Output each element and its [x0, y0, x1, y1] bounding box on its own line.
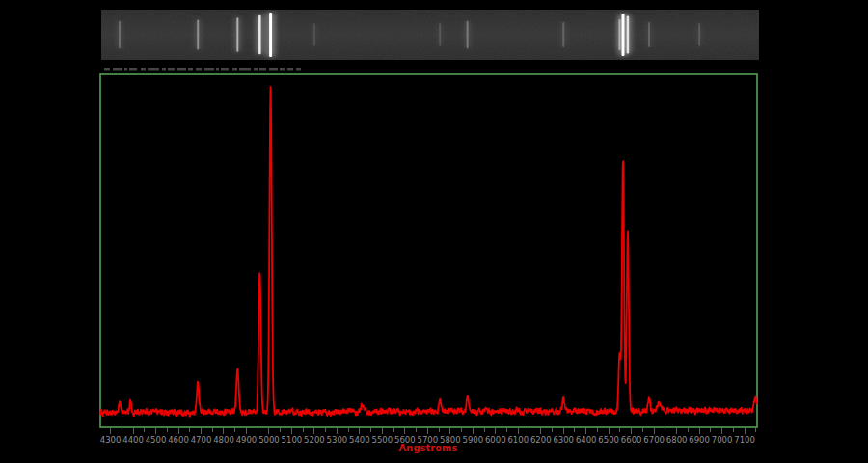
- x-axis-tick-label: 7000: [712, 435, 733, 445]
- x-axis-tick-label: 6600: [621, 435, 642, 445]
- x-axis-tick-label: 4900: [236, 435, 258, 445]
- x-axis-tick-label: 5400: [349, 435, 370, 445]
- profile-plot[interactable]: 4300440045004600470048004900500051005200…: [100, 74, 757, 453]
- x-axis-tick-label: 6100: [507, 435, 529, 445]
- x-axis-tick-label: 4300: [100, 435, 122, 445]
- app-window: 4300440045004600470048004900500051005200…: [0, 0, 868, 463]
- x-axis-tick-label: 6900: [689, 435, 710, 445]
- x-axis-tick-label: 6200: [530, 435, 552, 445]
- x-axis-tick-label: 7100: [734, 435, 755, 445]
- x-axis-title: Angstroms: [399, 443, 458, 453]
- spectroscopy-canvas: 4300440045004600470048004900500051005200…: [0, 0, 868, 463]
- x-axis-tick-label: 6500: [598, 435, 619, 445]
- x-axis-tick-label: 6000: [485, 435, 506, 445]
- x-axis-tick-label: 5100: [282, 435, 303, 445]
- x-axis-tick-label: 4400: [122, 435, 144, 445]
- x-axis-tick-label: 4700: [191, 435, 212, 445]
- x-axis-tick-label: 4800: [213, 435, 234, 445]
- x-axis-tick-label: 5900: [462, 435, 483, 445]
- x-axis-tick-label: 5000: [258, 435, 280, 445]
- x-axis-tick-label: 4500: [146, 435, 167, 445]
- x-axis-tick-label: 6800: [666, 435, 688, 445]
- x-axis-tick-label: 6400: [576, 435, 597, 445]
- x-axis-tick-label: 6300: [553, 435, 574, 445]
- x-axis-tick-label: 5300: [327, 435, 348, 445]
- x-axis-tick-label: 5200: [304, 435, 325, 445]
- x-axis-tick-label: 4600: [168, 435, 189, 445]
- spectrum-strip-image[interactable]: [101, 10, 759, 60]
- plot-border: [100, 74, 757, 427]
- strip-noise-texture: [101, 10, 759, 60]
- x-axis-tick-label: 6700: [643, 435, 665, 445]
- x-axis-tick-label: 5500: [372, 435, 393, 445]
